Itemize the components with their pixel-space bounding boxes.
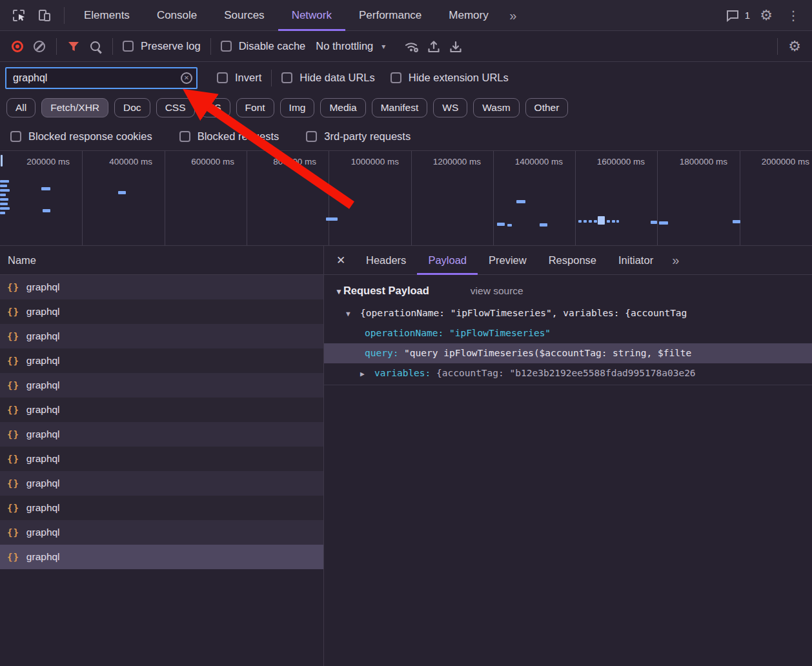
timeline-request-bar[interactable] (540, 223, 547, 227)
detail-tab-payload[interactable]: Payload (417, 246, 478, 275)
request-row[interactable]: {}graphql (0, 348, 323, 373)
request-row[interactable]: {}graphql (0, 496, 323, 520)
request-row[interactable]: {}graphql (0, 299, 323, 324)
payload-tree-row[interactable]: ▼{operationName: "ipFlowTimeseries", var… (324, 303, 812, 323)
type-chip-wasm[interactable]: Wasm (473, 98, 519, 117)
timeline-request-bar[interactable] (0, 203, 8, 205)
timeline-request-bar[interactable] (326, 217, 338, 221)
inspect-element-icon[interactable] (8, 5, 30, 26)
type-chip-font[interactable]: Font (236, 98, 274, 117)
invert-checkbox[interactable]: Invert (213, 72, 265, 84)
timeline-overview[interactable]: 200000 ms400000 ms600000 ms800000 ms1000… (0, 150, 812, 246)
tree-toggle-icon[interactable]: ▶ (360, 364, 374, 383)
throttling-select[interactable]: No throttling ▾ (309, 40, 392, 52)
timeline-request-bar[interactable] (607, 220, 610, 223)
request-row[interactable]: {}graphql (0, 520, 323, 545)
timeline-request-bar[interactable] (0, 212, 5, 214)
close-detail-icon[interactable]: ✕ (327, 254, 355, 267)
overflow-menu-icon[interactable]: ⋮ (782, 5, 804, 26)
timeline-request-bar[interactable] (497, 223, 505, 226)
timeline-request-bar[interactable] (659, 221, 668, 225)
filter-input[interactable] (5, 67, 198, 89)
timeline-request-bar[interactable] (612, 220, 615, 223)
network-settings-gear-icon[interactable]: ⚙ (784, 35, 806, 57)
console-messages-icon[interactable] (722, 5, 744, 26)
timeline-request-bar[interactable] (0, 185, 7, 187)
timeline-request-bar[interactable] (578, 220, 582, 223)
settings-gear-icon[interactable]: ⚙ (755, 5, 777, 26)
type-chip-img[interactable]: Img (280, 98, 315, 117)
third-party-requests-checkbox[interactable]: 3rd-party requests (302, 130, 414, 143)
request-row[interactable]: {}graphql (0, 422, 323, 447)
timeline-request-bar[interactable] (584, 220, 587, 223)
timeline-request-bar[interactable] (0, 189, 10, 192)
timeline-request-bar[interactable] (616, 220, 619, 223)
type-chip-all[interactable]: All (6, 98, 36, 117)
timeline-request-bar[interactable] (41, 187, 50, 190)
timeline-request-bar[interactable] (0, 194, 6, 196)
blocked-response-cookies-checkbox[interactable]: Blocked response cookies (6, 130, 156, 143)
filter-funnel-icon[interactable] (63, 35, 85, 57)
clear-network-log-icon[interactable] (28, 35, 50, 57)
type-chip-ws[interactable]: WS (433, 98, 467, 117)
blocked-requests-checkbox[interactable]: Blocked requests (176, 130, 283, 143)
tab-memory[interactable]: Memory (435, 0, 502, 31)
timeline-request-bar[interactable] (118, 191, 126, 194)
request-row[interactable]: {}graphql (0, 471, 323, 496)
request-row[interactable]: {}graphql (0, 545, 323, 569)
more-detail-tabs-icon[interactable]: » (672, 253, 679, 268)
timeline-request-bar[interactable] (43, 209, 50, 212)
detail-tab-response[interactable]: Response (538, 246, 607, 275)
request-row[interactable]: {}graphql (0, 447, 323, 471)
timeline-request-bar[interactable] (0, 180, 9, 183)
tab-sources[interactable]: Sources (210, 0, 278, 31)
request-row[interactable]: {}graphql (0, 324, 323, 348)
timeline-request-bar[interactable] (0, 207, 10, 210)
timeline-request-bar[interactable] (516, 200, 525, 203)
timeline-request-bar[interactable] (594, 220, 597, 223)
type-chip-other[interactable]: Other (525, 98, 569, 117)
timeline-request-bar[interactable] (651, 221, 657, 224)
type-chip-manifest[interactable]: Manifest (372, 98, 428, 117)
detail-tab-initiator[interactable]: Initiator (607, 246, 664, 275)
request-row[interactable]: {}graphql (0, 398, 323, 422)
hide-data-urls-checkbox[interactable]: Hide data URLs (278, 72, 378, 84)
preserve-log-checkbox[interactable]: Preserve log (119, 40, 205, 52)
disable-cache-checkbox[interactable]: Disable cache (217, 40, 310, 52)
request-row[interactable]: {}graphql (0, 275, 323, 299)
request-row[interactable]: {}graphql (0, 373, 323, 398)
record-network-log-icon[interactable] (6, 35, 28, 57)
type-chip-css[interactable]: CSS (156, 98, 195, 117)
hide-extension-urls-checkbox[interactable]: Hide extension URLs (387, 72, 513, 84)
network-conditions-icon[interactable] (401, 35, 423, 57)
payload-tree-row[interactable]: operationName: "ipFlowTimeseries" (324, 323, 812, 343)
type-chip-fetch-xhr[interactable]: Fetch/XHR (41, 98, 108, 117)
name-column-header[interactable]: Name (0, 246, 323, 275)
export-har-icon[interactable] (445, 35, 467, 57)
type-chip-doc[interactable]: Doc (114, 98, 150, 117)
tab-console[interactable]: Console (143, 0, 210, 31)
detail-tab-preview[interactable]: Preview (478, 246, 538, 275)
more-tabs-icon[interactable]: » (502, 5, 524, 26)
timeline-request-bar[interactable] (598, 216, 605, 225)
search-icon[interactable] (85, 35, 107, 57)
type-chip-media[interactable]: Media (320, 98, 365, 117)
tab-network[interactable]: Network (278, 0, 345, 31)
timeline-request-bar[interactable] (507, 224, 512, 227)
timeline-request-bar[interactable] (733, 220, 740, 223)
payload-tree-row[interactable]: ▶variables: {accountTag: "b12e3b2192ee55… (324, 363, 812, 383)
view-source-link[interactable]: view source (471, 285, 523, 297)
tree-toggle-icon[interactable]: ▼ (346, 304, 360, 323)
request-payload-section-header[interactable]: ▼Request Payload (335, 285, 429, 297)
timeline-request-bar[interactable] (589, 220, 592, 223)
timeline-request-bar[interactable] (0, 198, 8, 201)
type-chip-js[interactable]: JS (201, 98, 230, 117)
detail-tab-headers[interactable]: Headers (355, 246, 417, 275)
tab-performance[interactable]: Performance (345, 0, 435, 31)
tab-elements[interactable]: Elements (70, 0, 143, 31)
payload-tree-row[interactable]: query: "query ipFlowTimeseries($accountT… (324, 343, 812, 363)
clear-filter-icon[interactable]: ✕ (181, 72, 192, 84)
device-toolbar-icon[interactable] (34, 5, 56, 26)
timeline-request-bar[interactable] (1, 155, 3, 166)
import-har-icon[interactable] (423, 35, 445, 57)
